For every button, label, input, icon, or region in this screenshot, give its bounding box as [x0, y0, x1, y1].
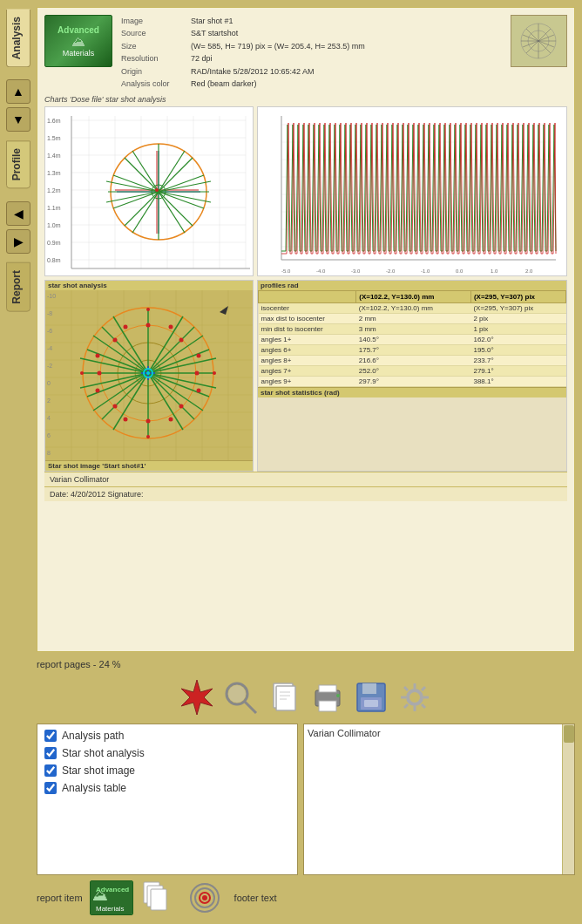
report-pages-button[interactable]: [140, 880, 179, 915]
svg-line-166: [422, 687, 425, 690]
collimator-text: Varian Collimator: [50, 475, 109, 484]
image-label: Image: [121, 15, 191, 27]
svg-point-116: [197, 389, 201, 393]
logo-mountain-icon: ⛰: [71, 35, 85, 49]
row-val-mm: 297.9°: [356, 377, 471, 387]
bottom-controls: report pages - 24 %: [37, 657, 575, 917]
svg-text:6: 6: [47, 432, 51, 438]
svg-point-120: [169, 418, 173, 422]
svg-text:1.2m: 1.2m: [47, 187, 61, 194]
scrollbar-thumb[interactable]: [564, 725, 574, 743]
svg-text:⛰: ⛰: [92, 887, 108, 904]
svg-text:-4.0: -4.0: [316, 268, 326, 274]
svg-point-124: [80, 371, 84, 375]
table-row: angles 7+ 252.0° 279.1°: [259, 366, 566, 377]
magnify-button[interactable]: [221, 678, 260, 717]
settings-button[interactable]: [396, 678, 434, 717]
svg-point-122: [124, 418, 128, 422]
checkbox-analysis-table[interactable]: [44, 782, 57, 794]
svg-text:0.0: 0.0: [456, 268, 464, 274]
date-signature-text: Date: 4/20/2012 Signature:: [50, 490, 144, 499]
table-row: angles 6+ 175.7° 195.0°: [259, 345, 566, 356]
sidebar-icon-2[interactable]: ▼: [6, 107, 30, 132]
svg-text:1.3m: 1.3m: [47, 170, 61, 176]
sidebar-icons-2: ◀ ▶: [6, 201, 30, 254]
source-value: S&T startshot: [191, 27, 504, 39]
sidebar-icon-1[interactable]: ▲: [6, 79, 30, 104]
report-date-footer: Date: 4/20/2012 Signature:: [44, 486, 567, 501]
tab-profile[interactable]: Profile: [6, 140, 30, 188]
svg-text:-4: -4: [47, 345, 52, 351]
row-label: isocenter: [259, 303, 356, 314]
source-label: Source: [121, 27, 191, 39]
svg-point-108: [146, 419, 151, 424]
row-val-mm: 216.6°: [356, 356, 471, 366]
checkbox-analysis-path[interactable]: [44, 730, 57, 742]
checklist-label-analysis-path: Analysis path: [62, 730, 124, 742]
table-row: isocenter (X=102.2, Y=130.0) mm (X=295, …: [259, 303, 566, 314]
svg-point-112: [179, 404, 184, 409]
svg-marker-142: [181, 680, 213, 715]
svg-point-123: [146, 308, 150, 311]
profiles-chart: -5.0 -4.0 -3.0 -2.0 -1.0 0.0 1.0 2.0 exp…: [257, 106, 567, 276]
svg-text:-10: -10: [47, 293, 56, 299]
svg-text:0: 0: [47, 380, 51, 386]
svg-point-110: [195, 371, 200, 376]
row-label: max dist to isocenter: [259, 314, 356, 324]
image-value: Star shot #1: [191, 15, 504, 27]
table-row: angles 8+ 216.6° 233.7°: [259, 356, 566, 366]
profiles-table: (X=102.2, Y=130.0) mm (X=295, Y=307) pix…: [258, 290, 566, 387]
toolbar-row: [37, 675, 575, 720]
svg-text:1.0m: 1.0m: [47, 222, 61, 228]
svg-text:2: 2: [47, 397, 51, 404]
star-button[interactable]: [178, 678, 216, 717]
row-label: angles 6+: [259, 345, 356, 356]
svg-point-125: [213, 371, 216, 375]
save-button[interactable]: [352, 678, 390, 717]
print-button[interactable]: [308, 678, 347, 717]
row-label: angles 1+: [259, 335, 356, 345]
svg-point-154: [336, 694, 340, 697]
sidebar-icon-4[interactable]: ▶: [6, 229, 30, 254]
report-target-button[interactable]: [186, 880, 224, 915]
resolution-value: 72 dpi: [191, 52, 504, 65]
svg-text:-5.0: -5.0: [281, 268, 291, 274]
row-label: angles 8+: [259, 356, 356, 366]
progress-row: report pages - 24 %: [37, 657, 575, 671]
origin-value: RAD/Intake 5/28/2012 10:65:42 AM: [191, 65, 504, 78]
table-row: max dist to isocenter 2 mm 2 pix: [259, 314, 566, 324]
size-value: (W= 585, H= 719) pix = (W= 205.4, H= 253…: [191, 40, 504, 52]
star-stat-label: star shot statistics (rad): [258, 387, 566, 397]
checkbox-star-shot-image[interactable]: [44, 764, 57, 777]
svg-text:2.0: 2.0: [525, 268, 533, 274]
report-collimator: Varian Collimator: [44, 472, 567, 486]
origin-label: Origin: [121, 65, 191, 78]
row-label: angles 9+: [259, 377, 356, 387]
logo-advanced: Advanced: [58, 25, 99, 35]
svg-rect-153: [319, 701, 336, 711]
svg-point-130: [146, 371, 150, 375]
logo-area: Advanced ⛰ Materials: [44, 15, 114, 90]
report-header: Advanced ⛰ Materials Image Star shot #1 …: [44, 15, 567, 90]
svg-text:-8: -8: [47, 310, 52, 316]
checklist-item-analysis-table: Analysis table: [44, 782, 290, 794]
profiles-col-1: [259, 291, 356, 303]
svg-point-113: [179, 338, 184, 343]
svg-text:1.0: 1.0: [491, 268, 498, 274]
row-val-pix: 195.0°: [470, 345, 565, 356]
checkbox-star-shot-analysis[interactable]: [44, 747, 57, 759]
scrollbar[interactable]: [562, 724, 574, 874]
tab-analysis[interactable]: Analysis: [6, 9, 30, 67]
profiles-panel: profiles rad (X=102.2, Y=130.0) mm (X=29…: [257, 280, 567, 472]
row-label: angles 7+: [259, 366, 356, 377]
sidebar-icon-3[interactable]: ◀: [6, 201, 30, 226]
tab-report[interactable]: Report: [6, 262, 30, 312]
header-info: Image Star shot #1 Source S&T startshot …: [121, 15, 504, 90]
svg-point-119: [124, 325, 128, 330]
svg-point-118: [197, 354, 201, 358]
pages-button[interactable]: [265, 678, 303, 717]
svg-text:4: 4: [47, 415, 51, 421]
row-val-pix: (X=295, Y=307) pix: [470, 303, 565, 314]
row-val-mm: 252.0°: [356, 366, 471, 377]
report-logo-button[interactable]: Advanced ⛰ Materials: [90, 880, 133, 915]
